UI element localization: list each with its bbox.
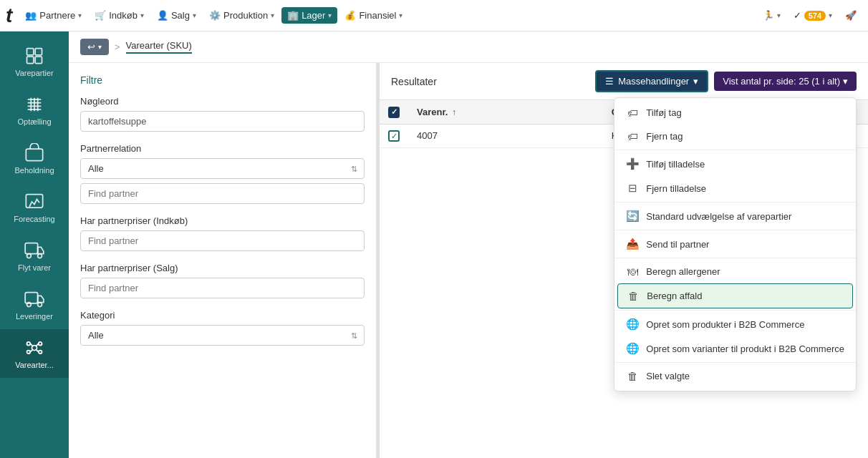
svg-point-15 — [38, 254, 42, 258]
partner-prices-buy-input[interactable] — [80, 230, 365, 251]
divider — [614, 150, 856, 150]
dropdown-item-slet-valgte[interactable]: 🗑 Slet valgte — [614, 364, 856, 388]
row-checkbox-cell[interactable]: ✓ — [380, 124, 408, 148]
partnerrelation-select[interactable]: Alle — [80, 158, 365, 179]
nav-rocket[interactable]: 🚀 — [839, 7, 862, 24]
svg-point-17 — [27, 303, 32, 307]
breadcrumb-current: Varearter (SKU) — [126, 40, 192, 54]
sidebar-item-forecasting[interactable]: Forecasting — [0, 183, 69, 232]
leveringer-icon — [24, 289, 44, 309]
select-all-checkbox[interactable]: ✓ — [388, 107, 400, 118]
back-button[interactable]: ↩ ▾ — [80, 39, 109, 55]
dropdown-item-tilfoj-tilladelse[interactable]: ➕ Tilføj tilladelse — [614, 152, 856, 176]
activity-icon: 🏃 — [763, 10, 774, 21]
optaelling-icon — [24, 94, 44, 114]
partnerrelation-section: Partnerrelation Alle — [80, 143, 365, 204]
table-icon: ☰ — [605, 76, 614, 87]
content-area: ↩ ▾ > Varearter (SKU) Filtre Nøgleord Pa… — [69, 31, 868, 458]
standard-icon: 🔄 — [626, 210, 639, 223]
dropdown-item-beregn-affald[interactable]: 🗑 Beregn affald — [617, 283, 853, 308]
svg-point-14 — [27, 254, 32, 258]
keyword-section: Nøgleord — [80, 96, 365, 132]
chevron-down-icon: ▾ — [140, 11, 144, 19]
kategori-select[interactable]: Alle — [80, 325, 365, 346]
beholdning-icon — [24, 143, 44, 163]
sidebar-item-leveringer[interactable]: Leveringer — [0, 281, 69, 329]
divider — [614, 230, 856, 230]
row-checkbox[interactable]: ✓ — [388, 130, 400, 142]
dropdown-item-fjern-tag[interactable]: 🏷 Fjern tag — [614, 125, 856, 148]
sort-icon: ↑ — [452, 107, 456, 117]
svg-point-23 — [39, 351, 42, 354]
svg-point-18 — [38, 303, 42, 307]
svg-line-24 — [30, 344, 33, 346]
sidebar-item-optaelling[interactable]: Optælling — [0, 86, 69, 135]
sidebar-item-flyt-varer[interactable]: Flyt varer — [0, 232, 69, 281]
sidebar-item-varepartier[interactable]: Varepartier — [0, 37, 69, 86]
divider — [614, 362, 856, 363]
dropdown-item-send-til-partner[interactable]: 📤 Send til partner — [614, 232, 856, 256]
allergener-icon: 🍽 — [626, 265, 639, 278]
varearter-icon — [24, 338, 44, 358]
results-title: Resultater — [391, 76, 437, 87]
main-area: Varepartier Optælling Beholdning Forecas… — [0, 31, 868, 458]
partnerrelation-select-wrapper: Alle — [80, 158, 365, 179]
vist-antal-button[interactable]: Vist antal pr. side: 25 (1 i alt) ▾ — [714, 72, 857, 91]
nav-tasks[interactable]: ✓ 574 ▾ — [788, 7, 838, 24]
kategori-section: Kategori Alle — [80, 310, 365, 346]
varepartier-icon — [24, 46, 44, 66]
dropdown-item-beregn-allergener[interactable]: 🍽 Beregn allergener — [614, 260, 856, 283]
varenr-cell: 4007 — [408, 124, 603, 148]
massehandlinger-button[interactable]: ☰ Massehandlinger ▾ — [595, 70, 708, 92]
svg-point-22 — [27, 351, 31, 354]
nav-activity[interactable]: 🏃 ▾ — [757, 7, 786, 24]
chevron-down-icon: ▾ — [843, 76, 848, 87]
chevron-down-icon: ▾ — [78, 11, 82, 19]
dropdown-item-fjern-tilladelse[interactable]: ⊟ Fjern tilladelse — [614, 176, 856, 200]
chevron-down-icon: ▾ — [271, 11, 274, 19]
nav-lager[interactable]: 🏢 Lager ▾ — [281, 7, 337, 24]
sidebar-item-varearter[interactable]: Varearter... — [0, 329, 69, 378]
nav-partnere[interactable]: 👥 Partnere ▾ — [19, 7, 87, 24]
partner-prices-sale-input[interactable] — [80, 278, 365, 298]
nav-indkob[interactable]: 🛒 Indkøb ▾ — [89, 7, 150, 24]
rocket-icon: 🚀 — [845, 10, 857, 21]
keyword-label: Nøgleord — [80, 96, 365, 107]
dropdown-item-tilfoj-tag[interactable]: 🏷 Tilføj tag — [614, 101, 856, 125]
keyword-input[interactable] — [80, 111, 365, 132]
tag-remove-icon: 🏷 — [626, 130, 639, 142]
svg-rect-0 — [27, 49, 34, 55]
partner-prices-buy-section: Har partnerpriser (Indkøb) — [80, 215, 365, 251]
delete-icon: 🗑 — [626, 370, 639, 382]
nav-finansiel[interactable]: 💰 Finansiel ▾ — [339, 7, 408, 24]
chevron-down-icon: ▾ — [777, 11, 781, 19]
partner-prices-sale-label: Har partnerpriser (Salg) — [80, 263, 365, 273]
dropdown-item-standard-udvaelgelse[interactable]: 🔄 Standard udvælgelse af varepartier — [614, 204, 856, 228]
nav-produktion[interactable]: ⚙️ Produktion ▾ — [203, 7, 280, 24]
chevron-down-icon: ▾ — [399, 11, 402, 19]
partner-prices-sale-section: Har partnerpriser (Salg) — [80, 263, 365, 298]
chevron-down-icon: ▾ — [193, 11, 196, 19]
select-all-header[interactable]: ✓ — [380, 100, 408, 124]
filter-panel: Filtre Nøgleord Partnerrelation Alle — [69, 63, 377, 458]
svg-point-21 — [39, 342, 42, 346]
partner-prices-buy-label: Har partnerpriser (Indkøb) — [80, 215, 365, 226]
find-partner-input[interactable] — [80, 183, 365, 204]
svg-rect-2 — [27, 57, 34, 63]
breadcrumb-separator: > — [115, 42, 120, 52]
varenr-header[interactable]: Varenr. ↑ — [408, 100, 603, 124]
partnerrelation-label: Partnerrelation — [80, 143, 365, 154]
two-panel: Filtre Nøgleord Partnerrelation Alle — [69, 63, 868, 458]
divider — [614, 310, 856, 311]
app-logo: t — [6, 4, 12, 27]
dropdown-item-opret-produkter-b2b[interactable]: 🌐 Opret som produkter i B2B Commerce — [614, 312, 856, 336]
forecasting-icon — [24, 192, 44, 212]
send-icon: 📤 — [626, 238, 639, 250]
filter-title: Filtre — [80, 74, 365, 86]
svg-rect-16 — [25, 293, 37, 303]
dropdown-item-opret-varianter-b2b[interactable]: 🌐 Opret som varianter til produkt i B2B … — [614, 336, 856, 361]
divider — [614, 258, 856, 258]
tag-icon: 🏷 — [626, 107, 639, 119]
sidebar-item-beholdning[interactable]: Beholdning — [0, 135, 69, 183]
nav-salg[interactable]: 👤 Salg ▾ — [151, 7, 202, 24]
